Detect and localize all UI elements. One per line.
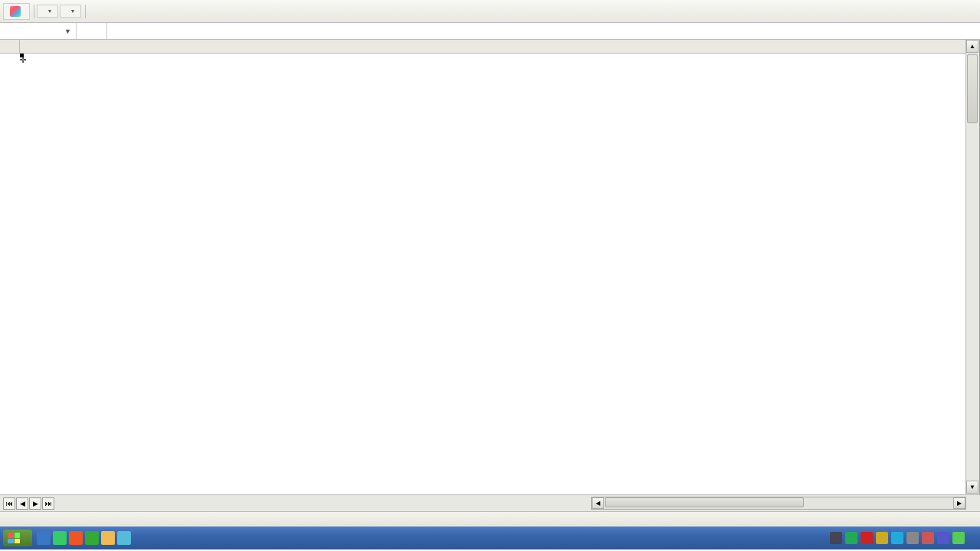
horizontal-scrollbar[interactable]: ◀ ▶ <box>591 497 966 510</box>
toolbar-separator <box>34 5 34 18</box>
fill-handle[interactable] <box>20 54 24 57</box>
start-button[interactable] <box>3 530 32 546</box>
tray-icon[interactable] <box>861 532 873 544</box>
tray-icon[interactable] <box>830 532 842 544</box>
quick-launch-icon[interactable] <box>37 531 51 545</box>
select-all-corner[interactable] <box>0 40 20 54</box>
tab-next-button[interactable]: ▶ <box>29 497 41 510</box>
quick-launch-icon[interactable] <box>117 531 131 545</box>
column-headers <box>20 40 965 54</box>
spreadsheet-grid: ✛ ▲ ▼ <box>0 40 980 494</box>
quick-launch-icon[interactable] <box>53 531 67 545</box>
fx-button[interactable] <box>77 23 107 39</box>
quick-launch <box>37 531 131 545</box>
open-button[interactable] <box>37 5 58 18</box>
scroll-left-button[interactable]: ◀ <box>592 497 604 509</box>
tab-nav-buttons: ⏮ ◀ ▶ ⏭ <box>0 497 57 510</box>
tray-icon[interactable] <box>922 532 934 544</box>
quick-launch-icon[interactable] <box>69 531 83 545</box>
scroll-thumb[interactable] <box>967 54 978 123</box>
tray-icon[interactable] <box>876 532 888 544</box>
windows-logo-icon <box>8 533 20 543</box>
cell-cursor-icon: ✛ <box>20 54 26 64</box>
tray-icon[interactable] <box>845 532 858 544</box>
scroll-up-button[interactable]: ▲ <box>966 40 978 53</box>
scroll-track[interactable] <box>604 497 953 509</box>
tray-icon[interactable] <box>906 532 919 544</box>
tray-icon[interactable] <box>952 532 965 544</box>
scroll-down-button[interactable]: ▼ <box>966 481 978 494</box>
name-box-dropdown-icon[interactable]: ▼ <box>64 28 71 35</box>
status-spacer <box>973 515 975 524</box>
toolbar-separator <box>85 5 86 18</box>
office-live-toolbar <box>0 0 980 23</box>
tray-icon[interactable] <box>891 532 903 544</box>
quick-launch-icon[interactable] <box>85 531 99 545</box>
scroll-right-button[interactable]: ▶ <box>953 497 965 509</box>
scroll-thumb-h[interactable] <box>605 497 804 507</box>
tray-icon[interactable] <box>937 532 949 544</box>
name-box[interactable]: ▼ <box>0 23 77 39</box>
active-cell-cursor <box>20 54 23 57</box>
tab-prev-button[interactable]: ◀ <box>16 497 28 510</box>
tab-first-button[interactable]: ⏮ <box>3 497 15 510</box>
status-bar <box>0 511 980 527</box>
sheet-tabs-bar: ⏮ ◀ ▶ ⏭ ◀ ▶ <box>0 494 980 511</box>
tab-last-button[interactable]: ⏭ <box>42 497 54 510</box>
cells-area[interactable]: ✛ <box>20 54 965 494</box>
system-tray <box>830 532 977 544</box>
quick-launch-icon[interactable] <box>101 531 115 545</box>
office-live-icon <box>10 6 21 17</box>
windows-taskbar <box>0 527 980 549</box>
save-button[interactable] <box>60 5 81 18</box>
formula-bar: ▼ <box>0 23 980 40</box>
vertical-scrollbar[interactable]: ▲ ▼ <box>965 40 979 494</box>
go-to-office-live-button[interactable] <box>3 3 30 20</box>
